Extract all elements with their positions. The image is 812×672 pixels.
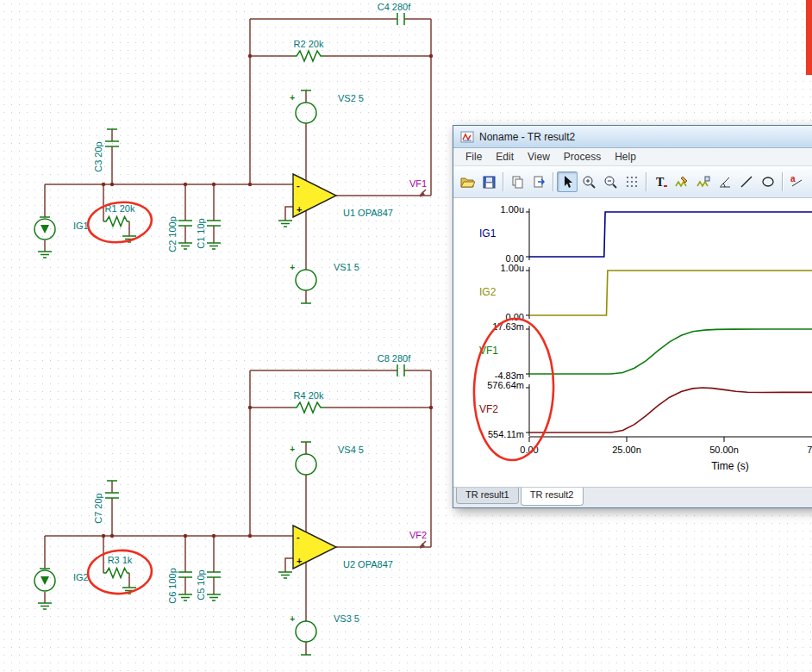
ellipse-tool-button[interactable] xyxy=(758,171,778,192)
label-VF2: VF2 xyxy=(409,530,427,540)
label-IG2: IG2 xyxy=(73,572,89,582)
capacitor-C7[interactable]: C7 20p xyxy=(93,481,119,524)
menu-help[interactable]: Help xyxy=(608,149,643,165)
inverting-input-mark: - xyxy=(297,180,300,190)
text-tool-button[interactable]: T xyxy=(650,171,671,192)
tab-bar: TR result1 TR result2 xyxy=(453,487,812,507)
label-VS1: VS1 5 xyxy=(334,262,359,272)
tab-tr-result1[interactable]: TR result1 xyxy=(456,488,519,504)
label-C2: C2 100p xyxy=(167,216,178,252)
ylabel-vf2-min: 554.11m xyxy=(455,429,524,439)
circuit-2: C8 280f R4 20k + VS4 5 - + U2 OPA847 xyxy=(34,353,433,655)
toolbar-separator xyxy=(782,172,783,191)
xtick-25n: 25.00n xyxy=(601,445,653,455)
open-button[interactable] xyxy=(457,171,478,192)
zoom-in-button[interactable] xyxy=(578,171,599,192)
xtick-0: 0.00 xyxy=(503,445,555,455)
trace-vf1 xyxy=(529,329,812,374)
vsource-VS2[interactable]: + VS2 5 xyxy=(290,90,364,123)
label-C8: C8 280f xyxy=(378,353,411,364)
copy-button[interactable] xyxy=(507,171,528,192)
line-tool-button[interactable] xyxy=(736,171,757,192)
marker-a-glyph: a xyxy=(790,174,796,184)
schematic: C4 280f R2 20k + VS2 5 - + U1 OPA847 xyxy=(0,0,453,672)
resistor-R2[interactable]: R2 20k xyxy=(293,39,324,61)
toolbar: T a b xyxy=(453,166,812,198)
label-R2: R2 20k xyxy=(294,39,324,49)
plot-strip-ig2[interactable] xyxy=(526,267,812,319)
signal-label-vf1: VF1 xyxy=(479,345,522,357)
label-IG1: IG1 xyxy=(73,221,89,231)
label-C5: C5 10p xyxy=(196,569,206,600)
menu-view[interactable]: View xyxy=(521,149,557,165)
label-VF1: VF1 xyxy=(409,178,427,189)
vsource-VS4[interactable]: + VS4 5 xyxy=(290,442,364,475)
label-C4: C4 280f xyxy=(378,2,411,12)
menu-edit[interactable]: Edit xyxy=(489,149,521,165)
output-pin-VF2[interactable]: VF2 xyxy=(409,530,427,549)
marker-a-button[interactable]: a xyxy=(786,171,807,192)
label-C7: C7 20p xyxy=(93,493,103,523)
vsource-VS3[interactable]: + VS3 5 xyxy=(290,613,359,655)
resistor-R3[interactable]: R3 1k xyxy=(103,555,133,578)
trace-ig1 xyxy=(529,212,812,257)
ylabel-vf1-max: 17.63m xyxy=(455,321,524,332)
capacitor-C1[interactable]: C1 10p xyxy=(196,218,221,248)
menu-file[interactable]: File xyxy=(459,149,489,165)
toolbar-separator xyxy=(646,172,646,191)
ylabel-vf2-max: 576.64m xyxy=(455,380,524,390)
current-arrow xyxy=(41,576,49,585)
save-button[interactable] xyxy=(478,171,499,192)
plus-mark: + xyxy=(290,263,295,272)
xtick-50n: 50.00n xyxy=(698,445,750,455)
capacitor-C3[interactable]: C3 20p xyxy=(93,129,119,172)
x-axis-title: Time (s) xyxy=(696,460,765,472)
label-U2: U2 OPA847 xyxy=(343,559,393,569)
plot-strip-vf1[interactable] xyxy=(526,326,812,377)
capacitor-C2[interactable]: C2 100p xyxy=(167,216,192,252)
signal-label-ig2: IG2 xyxy=(479,286,522,298)
vsource-VS1[interactable]: + VS1 5 xyxy=(290,262,359,303)
circuit-1: C4 280f R2 20k + VS2 5 - + U1 OPA847 xyxy=(34,2,433,303)
x-axis xyxy=(526,436,812,446)
plus-mark: + xyxy=(290,614,295,624)
curve-gauge-button[interactable] xyxy=(693,171,714,192)
label-C1: C1 10p xyxy=(196,218,206,248)
plot-strip-ig1[interactable] xyxy=(526,208,812,260)
current-arrow xyxy=(41,225,49,233)
resistor-R1[interactable]: R1 20k xyxy=(103,203,135,227)
inverting-input-mark: - xyxy=(297,532,300,542)
plot-strip-vf2[interactable] xyxy=(526,384,812,436)
slope-tool-button[interactable] xyxy=(715,171,735,192)
label-R4: R4 20k xyxy=(294,390,324,401)
capacitor-C4[interactable]: C4 280f xyxy=(378,2,411,25)
noninverting-input-mark: + xyxy=(297,204,302,215)
isource-IG2[interactable]: IG2 xyxy=(34,569,89,591)
trace-ig2 xyxy=(529,271,812,315)
tab-tr-result2[interactable]: TR result2 xyxy=(521,488,584,506)
toolbar-separator xyxy=(553,172,553,191)
text-tool-glyph: T xyxy=(656,176,665,189)
capacitor-C8[interactable]: C8 280f xyxy=(378,353,411,376)
capacitor-C5[interactable]: C5 10p xyxy=(196,569,221,600)
paste-button[interactable] xyxy=(528,171,549,192)
output-pin-VF1[interactable]: VF1 xyxy=(409,178,427,197)
select-cursor-button[interactable] xyxy=(557,171,578,192)
window-titlebar[interactable]: Noname - TR result2 xyxy=(453,126,812,148)
xtick-75n: 75.00n xyxy=(796,445,812,455)
trace-vf2 xyxy=(529,388,812,432)
capacitor-C6[interactable]: C6 100p xyxy=(167,568,192,604)
isource-IG1[interactable]: IG1 xyxy=(34,217,89,240)
label-C6: C6 100p xyxy=(167,568,178,604)
curve-pencil-button[interactable] xyxy=(671,171,692,192)
junction-dots-bottom xyxy=(102,406,433,538)
grid-button[interactable] xyxy=(621,171,642,192)
marker-b-button[interactable]: b xyxy=(808,171,812,192)
plot-area: 1.00u 0.00 1.00u 0.00 17.63m -4.83m 576.… xyxy=(453,198,812,487)
tr-result-window: Noname - TR result2 File Edit View Proce… xyxy=(453,125,812,508)
red-edge-strip xyxy=(806,0,812,75)
label-VS2: VS2 5 xyxy=(338,93,364,103)
menu-process[interactable]: Process xyxy=(557,149,608,165)
resistor-R4[interactable]: R4 20k xyxy=(293,390,324,413)
zoom-out-button[interactable] xyxy=(600,171,621,192)
